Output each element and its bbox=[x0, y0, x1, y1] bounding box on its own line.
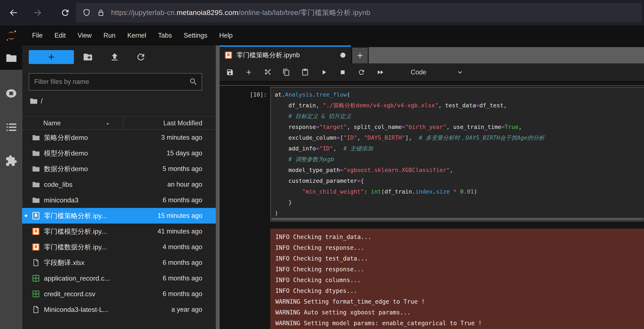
file-modified: 6 months ago bbox=[162, 192, 202, 208]
file-row[interactable]: 零门槛模型分析.ipy...41 minutes ago bbox=[22, 224, 216, 239]
file-modified: a year ago bbox=[172, 302, 202, 317]
file-row[interactable]: 字段翻译.xlsx6 months ago bbox=[22, 255, 216, 270]
file-browser-icon[interactable] bbox=[5, 52, 17, 64]
breadcrumb[interactable]: / bbox=[29, 97, 43, 105]
shield-icon[interactable] bbox=[82, 9, 91, 17]
menu-run[interactable]: Run bbox=[98, 25, 122, 46]
reload-icon bbox=[60, 8, 70, 18]
sort-ascending-icon bbox=[105, 121, 110, 126]
file-row[interactable]: 零门槛数据分析.ipy...4 months ago bbox=[22, 239, 216, 255]
file-name: Miniconda3-latest-L... bbox=[44, 302, 108, 317]
file-row[interactable]: 数据分析demo5 months ago bbox=[22, 161, 216, 177]
notebook-tab[interactable]: 零门槛策略分析.ipynb bbox=[220, 46, 351, 63]
stop-icon bbox=[339, 69, 346, 76]
panel-splitter[interactable] bbox=[216, 46, 220, 329]
refresh-files-button[interactable] bbox=[136, 52, 146, 62]
file-icon bbox=[32, 258, 40, 267]
refresh-icon bbox=[136, 52, 146, 62]
file-row[interactable]: Miniconda3-latest-L...a year ago bbox=[22, 302, 216, 317]
notebook-icon bbox=[32, 211, 40, 220]
filter-files-input[interactable] bbox=[29, 78, 189, 86]
file-icon bbox=[32, 305, 40, 314]
menubar-items: FileEditViewRunKernelTabsSettingsHelp bbox=[26, 25, 238, 46]
code-line: exclude_column=["ID", "DAYS_BIRTH"], # 多… bbox=[275, 132, 644, 143]
file-row[interactable]: application_record.c...6 months ago bbox=[22, 270, 216, 286]
activity-sidebar bbox=[0, 46, 22, 329]
notebook-icon bbox=[32, 227, 40, 236]
run-all-icon bbox=[376, 69, 384, 76]
url-text[interactable]: https://jupyterlab-cn.metanoia8295.com/o… bbox=[111, 8, 370, 18]
file-name: application_record.c... bbox=[44, 270, 110, 286]
forward-arrow-icon bbox=[32, 8, 42, 18]
back-arrow-icon bbox=[9, 8, 18, 18]
browser-reload-button[interactable] bbox=[58, 5, 73, 20]
notebook-icon bbox=[32, 243, 40, 251]
jupyterlab-menubar: FileEditViewRunKernelTabsSettingsHelp bbox=[0, 25, 644, 46]
menu-settings[interactable]: Settings bbox=[178, 25, 213, 46]
menu-tabs[interactable]: Tabs bbox=[152, 25, 178, 46]
file-modified: 5 months ago bbox=[162, 161, 202, 177]
run-all-button[interactable] bbox=[374, 67, 386, 78]
notebook-tab-title: 零门槛策略分析.ipynb bbox=[236, 51, 300, 60]
browser-forward-button[interactable] bbox=[30, 5, 45, 20]
insert-button[interactable] bbox=[243, 67, 254, 78]
file-row[interactable]: credit_record.csv6 months ago bbox=[22, 286, 216, 302]
copy-button[interactable] bbox=[280, 67, 292, 78]
extensions-icon[interactable] bbox=[5, 155, 17, 167]
output-line: WARNING Setting format_time_edge to True… bbox=[275, 296, 640, 307]
file-row[interactable]: 模型分析demo15 days ago bbox=[22, 145, 216, 161]
file-name: 数据分析demo bbox=[44, 161, 88, 177]
column-name[interactable]: Name bbox=[43, 117, 61, 130]
menu-file[interactable]: File bbox=[26, 25, 48, 46]
file-row[interactable]: code_libsan hour ago bbox=[22, 177, 216, 192]
run-icon bbox=[320, 69, 328, 76]
new-launcher-button[interactable] bbox=[29, 50, 74, 64]
save-button[interactable] bbox=[224, 67, 236, 78]
code-line: # 目标定义 & 切片定义 bbox=[275, 111, 644, 122]
column-divider bbox=[123, 117, 124, 130]
file-row[interactable]: 零门槛策略分析.ipy...15 minutes ago bbox=[22, 208, 216, 224]
output-line: WARNING Auto setting xgboost params... bbox=[275, 307, 640, 318]
paste-button[interactable] bbox=[300, 67, 311, 78]
tab-bar-empty-area bbox=[369, 47, 644, 63]
sidebar-lower-panel bbox=[0, 70, 22, 329]
file-modified: 15 days ago bbox=[166, 145, 202, 161]
editor-horizontal-scrollbar[interactable] bbox=[272, 218, 644, 220]
menu-help[interactable]: Help bbox=[213, 25, 238, 46]
file-name: 零门槛策略分析.ipy... bbox=[44, 208, 107, 224]
running-kernels-icon[interactable] bbox=[5, 87, 17, 100]
filter-files-box bbox=[29, 73, 202, 90]
cut-button[interactable] bbox=[262, 67, 273, 78]
upload-button[interactable] bbox=[110, 52, 120, 62]
file-list: 策略分析demo3 minutes ago模型分析demo15 days ago… bbox=[22, 130, 216, 329]
notebook-toolbar: Code bbox=[220, 63, 644, 82]
screen: https://jupyterlab-cn.metanoia8295.com/o… bbox=[0, 0, 644, 329]
cell-code-editor[interactable]: at.Analysis.tree_flow( df_train, "./策略分析… bbox=[270, 87, 644, 221]
restart-button[interactable] bbox=[356, 67, 367, 78]
url-bar[interactable]: https://jupyterlab-cn.metanoia8295.com/o… bbox=[76, 3, 642, 23]
breadcrumb-root[interactable]: / bbox=[41, 97, 43, 105]
stop-button[interactable] bbox=[337, 67, 348, 78]
run-button[interactable] bbox=[318, 67, 330, 78]
toolbar-bottom-rule bbox=[220, 85, 644, 86]
file-modified: 4 months ago bbox=[162, 239, 202, 255]
column-last-modified[interactable]: Last Modified bbox=[164, 117, 202, 130]
kernel-running-dot bbox=[25, 214, 27, 217]
cell-input-prompt: [10]: bbox=[220, 89, 270, 100]
menu-edit[interactable]: Edit bbox=[48, 25, 72, 46]
file-row[interactable]: miniconda36 months ago bbox=[22, 192, 216, 208]
file-row[interactable]: 策略分析demo3 minutes ago bbox=[22, 130, 216, 145]
new-tab-button[interactable] bbox=[352, 48, 368, 63]
browser-back-button[interactable] bbox=[6, 5, 21, 20]
folder-icon bbox=[32, 196, 40, 204]
cell-type-dropdown[interactable]: Code bbox=[411, 69, 464, 76]
search-icon bbox=[189, 77, 198, 86]
table-of-contents-icon[interactable] bbox=[5, 121, 17, 133]
menu-kernel[interactable]: Kernel bbox=[122, 25, 152, 46]
tab-modified-dot[interactable] bbox=[340, 53, 346, 58]
new-folder-button[interactable] bbox=[83, 52, 93, 62]
browser-toolbar: https://jupyterlab-cn.metanoia8295.com/o… bbox=[0, 0, 644, 25]
menu-view[interactable]: View bbox=[72, 25, 98, 46]
restart-icon bbox=[358, 69, 365, 76]
file-name: credit_record.csv bbox=[44, 286, 96, 302]
